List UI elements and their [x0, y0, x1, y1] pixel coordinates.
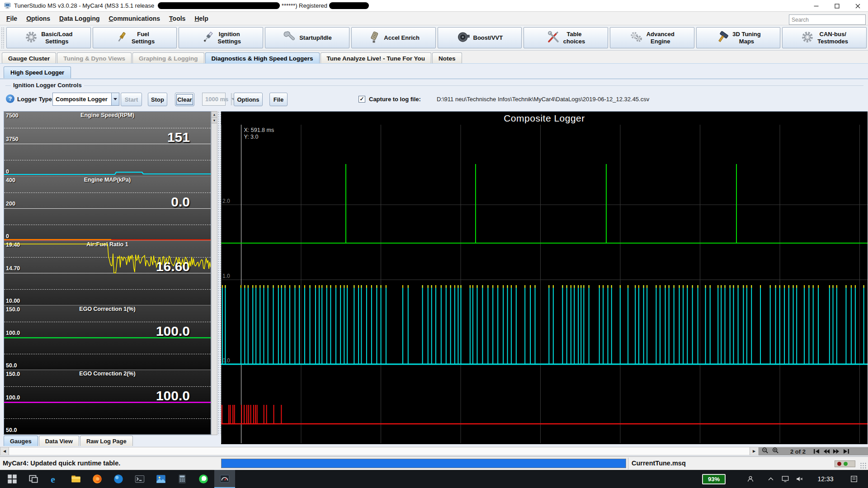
pedal-icon: [367, 30, 381, 46]
panel-splitter[interactable]: [217, 111, 221, 435]
redaction-block: [329, 2, 369, 9]
menu-item-file[interactable]: File: [2, 12, 22, 25]
o2sensor-icon: [115, 30, 128, 46]
windows-taskbar: e93%12:33: [0, 470, 868, 488]
scroll-left-icon[interactable]: ◀: [0, 447, 9, 455]
stop-button[interactable]: Stop: [148, 93, 167, 106]
rx-indicator: [837, 462, 841, 466]
toolbar-button-advanced-engine[interactable]: AdvancedEngine: [610, 27, 694, 48]
status-bar: MyCar4: Updated quick runtime table. Cur…: [0, 456, 868, 470]
tab-data-view[interactable]: Data View: [39, 436, 79, 446]
tray-display-icon[interactable]: [778, 470, 792, 488]
previous-page-button[interactable]: [823, 448, 830, 455]
last-page-button[interactable]: [843, 448, 850, 455]
menu-item-tools[interactable]: Tools: [165, 12, 190, 25]
toolbar-button-3d-tuning-maps[interactable]: 3D TuningMaps: [696, 27, 781, 48]
menu-item-help[interactable]: Help: [190, 12, 212, 25]
toolbar-button-can-bus-testmodes[interactable]: CAN-bus/Testmodes: [782, 27, 867, 48]
start-button[interactable]: Start: [121, 93, 142, 106]
zoom-out-icon[interactable]: [761, 447, 769, 456]
chevron-down-icon[interactable]: [111, 93, 119, 105]
resize-grip[interactable]: [860, 462, 867, 469]
logger-type-select[interactable]: Composite Logger: [52, 93, 119, 106]
app-window: TunerStudio MS v3.0.28 - MyCar4 (MS3 1.5…: [0, 0, 868, 488]
scrollbar-track[interactable]: [9, 447, 750, 455]
gear-icon: [24, 30, 38, 46]
scroll-down-icon[interactable]: ▼: [212, 117, 217, 123]
gauge-strip-1: Engine Speed(RPM)750037500151: [4, 112, 211, 176]
taskbar-firefox-icon[interactable]: [87, 470, 108, 488]
tab-tune-analyze-live-tune-for-you[interactable]: Tune Analyze Live! - Tune For You: [321, 52, 432, 64]
window-title: TunerStudio MS v3.0.28 - MyCar4 (MS3 1.5…: [14, 2, 371, 9]
scroll-up-icon[interactable]: ▲: [212, 112, 217, 117]
clear-button[interactable]: Clear: [175, 93, 194, 106]
tab-gauges[interactable]: Gauges: [4, 436, 38, 446]
toolbar-button-accel-enrich[interactable]: Accel Enrich: [351, 27, 436, 48]
file-button[interactable]: File: [269, 93, 288, 106]
taskbar-start-icon[interactable]: [2, 470, 23, 488]
taskbar-clock[interactable]: 12:33: [812, 470, 839, 488]
close-button[interactable]: [847, 0, 868, 12]
gauge-strip-5: EGO Correction 2(%)150.0100.050.0100.0: [4, 370, 211, 435]
toolbar-grip[interactable]: [1, 27, 5, 49]
search-input[interactable]: [789, 14, 866, 25]
action-center-icon[interactable]: [844, 470, 864, 488]
gauge-scrollbar[interactable]: ▲ ▼: [211, 111, 217, 435]
taskbar-tunerstudio-icon[interactable]: [214, 470, 235, 488]
tab-graphing-logging[interactable]: Graphing & Logging: [132, 52, 204, 64]
tab-raw-log-page[interactable]: Raw Log Page: [80, 436, 133, 446]
toolbar-button-ignition-settings[interactable]: IgnitionSettings: [179, 27, 263, 48]
gauge-strip-3: Air:Fuel Ratio 119.4014.7010.0016.60: [4, 241, 211, 305]
tab-diagnostics-high-speed-loggers[interactable]: Diagnostics & High Speed Loggers: [205, 52, 320, 64]
capture-checkbox[interactable]: ✓: [359, 96, 365, 103]
gauge-strip-2: Engine MAP(kPa)40020000.0: [4, 176, 211, 241]
toolbar-button-label: Basic/LoadSettings: [41, 31, 72, 45]
scroll-right-icon[interactable]: ▶: [750, 447, 758, 455]
taskbar-console-icon[interactable]: [129, 470, 150, 488]
taskbar-calculator-icon[interactable]: [172, 470, 193, 488]
turbo-icon: [457, 30, 470, 46]
chart-plot[interactable]: 2.01.00.0X: 591.8 msY: 3.0: [221, 125, 868, 445]
tab-notes[interactable]: Notes: [432, 52, 462, 64]
first-page-button[interactable]: [813, 448, 820, 455]
horizontal-scrollbar[interactable]: ◀ ▶: [0, 447, 759, 455]
taskbar-steam-icon[interactable]: [108, 470, 129, 488]
toolbar-button-boost-vvt[interactable]: Boost/VVT: [438, 27, 522, 48]
taskbar-photos-icon[interactable]: [151, 470, 171, 488]
toolbar-button-label: CAN-bus/Testmodes: [817, 31, 848, 45]
taskbar-edge-icon[interactable]: e: [44, 470, 65, 488]
taskbar-whatsapp-icon[interactable]: [193, 470, 214, 488]
y-tick-label: 1.0: [222, 273, 230, 279]
taskbar-task-view-icon[interactable]: [23, 470, 44, 488]
interval-select[interactable]: 1000 ms: [202, 93, 226, 106]
minimize-button[interactable]: [806, 0, 826, 12]
composite-logger-chart[interactable]: Composite Logger 2.01.00.0X: 591.8 msY: …: [221, 111, 868, 444]
current-tune-file: CurrentTune.msq: [632, 460, 686, 467]
help-icon[interactable]: ?: [6, 94, 14, 103]
toolbar-button-fuel-settings[interactable]: FuelSettings: [93, 27, 177, 48]
menu-item-options[interactable]: Options: [22, 12, 55, 25]
toolbar-button-table-choices[interactable]: Tablechoices: [524, 27, 608, 48]
subtab-divider: [0, 79, 868, 79]
toolbar-button-label: AdvancedEngine: [646, 31, 675, 45]
toolbar-button-startup-idle[interactable]: Startup/Idle: [265, 27, 349, 48]
tray-volume-muted-icon[interactable]: [793, 470, 806, 488]
maximize-button[interactable]: [826, 0, 847, 12]
gauge-trace: [4, 176, 211, 241]
menu-item-communications[interactable]: Communications: [104, 12, 165, 25]
tab-high-speed-logger[interactable]: High Speed Logger: [4, 66, 71, 78]
next-page-button[interactable]: [833, 448, 840, 455]
toolbar-button-label: Accel Enrich: [384, 34, 420, 41]
options-button[interactable]: Options: [234, 93, 263, 106]
menu-item-data-logging[interactable]: Data Logging: [55, 12, 104, 25]
capture-label: Capture to log file:: [369, 96, 421, 103]
tab-tuning-dyno-views[interactable]: Tuning & Dyno Views: [57, 52, 132, 64]
taskbar-file-explorer-icon[interactable]: [66, 470, 86, 488]
toolbar-button-basic-load-settings[interactable]: Basic/LoadSettings: [6, 27, 91, 48]
tray-chevron-up-icon[interactable]: [764, 470, 778, 488]
zoom-in-icon[interactable]: [772, 447, 779, 456]
tray-person-icon[interactable]: [744, 470, 757, 488]
wrench-icon: [283, 30, 296, 46]
progress-bar: [221, 459, 626, 468]
tab-gauge-cluster[interactable]: Gauge Cluster: [2, 52, 56, 64]
